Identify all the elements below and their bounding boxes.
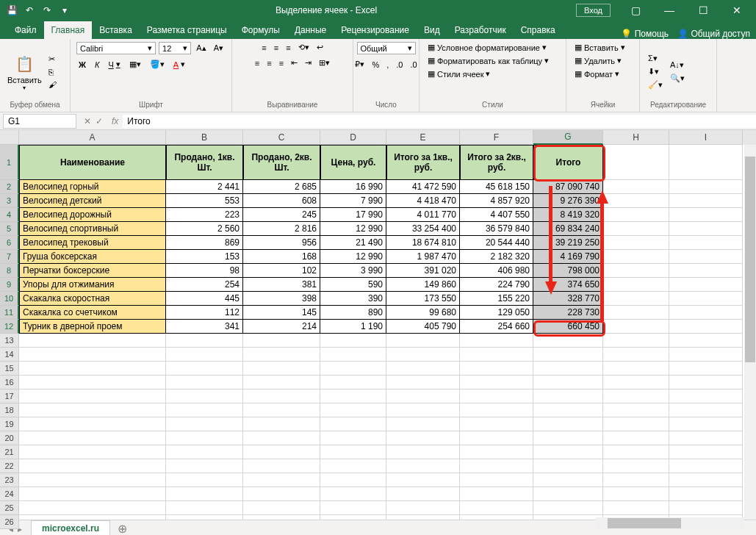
data-cell[interactable]: 99 680 [386,306,460,320]
data-cell[interactable]: 798 000 [533,264,603,278]
empty-cell[interactable] [603,445,669,459]
data-cell[interactable]: 98 [166,264,243,278]
name-cell[interactable]: Груша боксерская [19,250,166,264]
row-header-8[interactable]: 8 [0,264,19,278]
row-header-10[interactable]: 10 [0,292,19,306]
name-cell[interactable]: Велосипед спортивный [19,222,166,236]
data-cell[interactable]: 16 990 [320,180,386,194]
column-header-C[interactable]: C [243,130,320,145]
find-select-icon[interactable]: 🔍▾ [668,73,687,84]
name-cell[interactable]: Скакалка скоростная [19,292,166,306]
qat-dropdown-icon[interactable]: ▾ [59,4,71,16]
empty-cell[interactable] [603,362,669,376]
copy-icon[interactable]: ⎘ [46,67,59,77]
empty-cell[interactable] [533,376,603,389]
empty-cell[interactable] [603,334,669,348]
border-icon[interactable]: ▦▾ [127,59,143,70]
align-center-icon[interactable]: ≡ [264,57,273,68]
empty-cell[interactable] [166,362,243,376]
empty-cell[interactable] [669,459,743,473]
name-cell[interactable]: Упоры для отжимания [19,278,166,292]
empty-cell[interactable] [243,362,320,376]
empty-cell[interactable] [386,362,460,376]
empty-cell[interactable] [669,445,743,459]
insert-cells-button[interactable]: ▦ Вставить▾ [572,42,627,53]
empty-cell[interactable] [166,459,243,473]
empty-cell[interactable] [386,334,460,348]
column-header-I[interactable]: I [669,130,743,145]
header-cell[interactable]: Продано, 1кв. Шт. [166,145,243,180]
data-cell[interactable]: 149 860 [386,278,460,292]
empty-cell[interactable] [19,348,166,362]
empty-cell[interactable] [243,459,320,473]
empty-cell[interactable] [669,376,743,389]
empty-cell[interactable] [603,389,669,403]
empty-cell[interactable] [19,515,166,520]
empty-cell[interactable] [533,459,603,473]
cell-styles-button[interactable]: ▦ Стили ячеек▾ [425,68,492,79]
data-cell[interactable]: 17 990 [320,208,386,222]
bold-button[interactable]: Ж [76,59,88,70]
select-all-corner[interactable] [0,130,19,145]
row-header-1[interactable]: 1 [0,145,19,180]
vertical-scrollbar[interactable] [744,145,756,520]
data-cell[interactable]: 254 [166,278,243,292]
header-cell[interactable]: Наименование [19,145,166,180]
empty-cell[interactable] [533,501,603,515]
empty-cell[interactable] [460,362,533,376]
empty-cell[interactable] [166,417,243,431]
empty-cell[interactable] [320,501,386,515]
empty-cell[interactable] [19,362,166,376]
empty-cell[interactable] [243,445,320,459]
data-cell[interactable]: 341 [166,320,243,334]
empty-cell[interactable] [19,459,166,473]
data-cell[interactable]: 69 834 240 [533,222,603,236]
empty-cell[interactable] [166,501,243,515]
empty-cell[interactable] [460,501,533,515]
data-cell[interactable]: 214 [243,320,320,334]
empty-cell[interactable] [166,334,243,348]
empty-cell[interactable] [166,348,243,362]
ribbon-options-icon[interactable]: ▢ [619,0,652,21]
tab-view[interactable]: Вид [417,21,447,39]
tell-me[interactable]: 💡 Помощь [621,29,669,39]
empty-cell[interactable] [19,334,166,348]
empty-cell[interactable] [669,389,743,403]
empty-cell[interactable] [166,487,243,501]
save-icon[interactable]: 💾 [6,4,18,16]
column-header-B[interactable]: B [166,130,243,145]
data-cell[interactable]: 4 418 470 [386,194,460,208]
underline-button[interactable]: Ч▾ [106,59,122,70]
align-top-icon[interactable]: ≡ [259,42,268,53]
empty-cell[interactable] [19,473,166,487]
sort-filter-icon[interactable]: A↓▾ [668,60,687,71]
empty-cell[interactable] [320,459,386,473]
close-icon[interactable]: ✕ [721,0,753,21]
empty-cell[interactable] [533,445,603,459]
decrease-font-icon[interactable]: A▾ [212,42,226,54]
empty-cell[interactable] [533,431,603,445]
empty-cell[interactable] [243,431,320,445]
row-header-25[interactable]: 25 [0,501,19,515]
tab-file[interactable]: Файл [7,21,44,39]
empty-cell[interactable] [603,376,669,389]
data-cell[interactable]: 36 579 840 [460,222,533,236]
empty-cell[interactable] [460,417,533,431]
conditional-format-button[interactable]: ▦ Условное форматирование▾ [425,42,549,53]
empty-cell[interactable] [19,389,166,403]
fill-color-icon[interactable]: 🪣▾ [148,59,167,70]
row-header-13[interactable]: 13 [0,334,19,348]
wrap-text-icon[interactable]: ↩ [314,42,325,53]
data-cell[interactable]: 2 685 [243,180,320,194]
row-header-18[interactable]: 18 [0,403,19,417]
signin-button[interactable]: Вход [576,4,611,17]
empty-cell[interactable] [603,417,669,431]
data-cell[interactable]: 145 [243,306,320,320]
row-header-7[interactable]: 7 [0,250,19,264]
empty-cell[interactable] [669,473,743,487]
decrease-decimal-icon[interactable]: .0 [408,59,419,70]
empty-cell[interactable] [166,389,243,403]
data-cell[interactable]: 445 [166,292,243,306]
sheet-tab[interactable]: microexcel.ru [31,520,110,535]
empty-cell[interactable] [243,403,320,417]
